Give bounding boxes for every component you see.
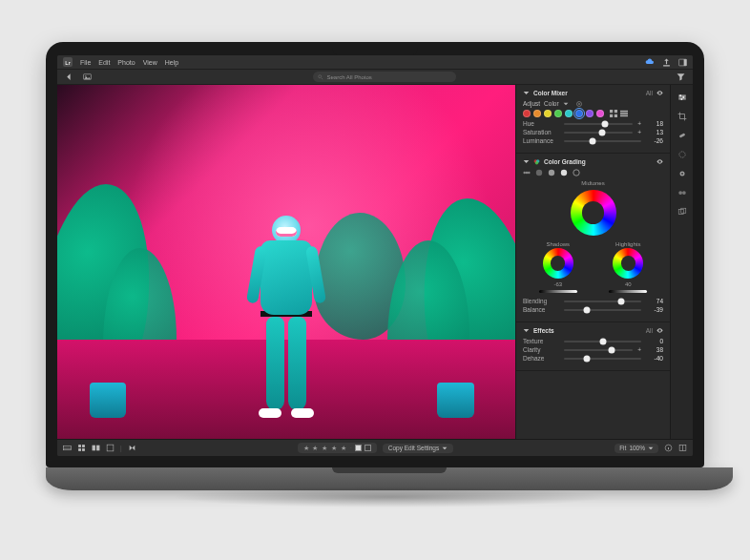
collapse-icon[interactable] [523,158,530,165]
svg-point-21 [528,172,531,175]
cloud-sync-icon[interactable] [645,57,655,67]
slider-label: Hue [523,120,559,127]
adjust-mode[interactable]: Color [544,100,559,107]
swatch-aqua[interactable] [565,110,573,117]
menu-edit[interactable]: Edit [98,59,110,66]
collapse-icon[interactable] [523,90,530,96]
tool-heal[interactable] [677,130,687,140]
menu-file[interactable]: File [80,59,91,66]
slider-hue[interactable]: Hue + 18 [523,120,663,127]
adjust-label: Adjust [523,100,540,107]
svg-point-34 [682,191,686,195]
svg-point-25 [573,170,579,176]
swatch-blue[interactable] [575,110,583,117]
star-rating[interactable]: ★ ★ ★ ★ ★ [303,445,347,452]
chevron-down-icon[interactable] [563,101,569,107]
svg-rect-43 [96,446,99,451]
mode-shadows-icon[interactable] [535,169,543,176]
svg-rect-41 [82,448,85,451]
eye-icon[interactable] [656,327,663,334]
svg-rect-44 [107,445,114,451]
tool-mask[interactable] [677,149,687,159]
grid-icon[interactable] [77,444,86,452]
bottom-bar: | ★ ★ ★ ★ ★ · Copy Edit Settings Fit 100… [57,439,693,456]
svg-rect-15 [620,115,628,117]
detail-icon[interactable] [106,444,115,452]
menu-view[interactable]: View [143,59,157,66]
swatch-orange[interactable] [533,110,541,117]
grid-view-icon[interactable] [610,110,617,117]
target-picker-icon[interactable] [576,101,582,107]
app-logo-icon: Lr [63,57,73,67]
svg-rect-29 [678,133,685,137]
svg-point-18 [535,161,539,165]
shadows-value: -63 [553,281,562,287]
tool-redeye[interactable] [677,168,687,178]
tool-crop[interactable] [677,111,687,121]
swatch-red[interactable] [523,110,531,117]
svg-point-32 [681,173,683,175]
svg-point-6 [318,74,321,77]
menu-help[interactable]: Help [165,59,178,66]
slider-texture[interactable]: Texture 0 [523,338,663,344]
info-icon[interactable] [664,444,673,452]
chevron-down-icon [442,446,448,451]
flag-reject[interactable] [365,445,371,451]
mode-global-icon[interactable] [573,169,580,176]
zoom-control[interactable]: Fit 100% [615,444,658,453]
svg-rect-12 [615,114,617,117]
menu-photo[interactable]: Photo [117,59,135,66]
swatch-green[interactable] [554,110,562,117]
share-icon[interactable] [662,58,671,67]
filter-icon[interactable] [675,71,687,83]
filmstrip-toggle-icon[interactable] [63,444,72,452]
eye-icon[interactable] [656,158,663,165]
svg-point-8 [578,103,580,105]
slider-saturation[interactable]: Saturation + 13 [523,129,663,135]
swatch-yellow[interactable] [544,110,552,117]
svg-rect-39 [82,445,85,447]
slider-dehaze[interactable]: Dehaze -40 [523,355,663,362]
eye-icon[interactable] [656,90,663,96]
slider-luminance[interactable]: Luminance -26 [523,137,663,144]
highlights-lum-slider[interactable] [609,290,647,293]
svg-point-33 [678,191,682,195]
svg-rect-14 [620,113,628,114]
svg-point-20 [526,172,529,175]
mode-highlights-icon[interactable] [560,169,568,176]
highlights-label: Highlights [615,241,640,247]
wheel-shadows[interactable] [543,248,573,279]
panel-toggle-icon[interactable] [678,58,687,67]
tool-versions[interactable] [677,206,687,217]
original-toggle-icon[interactable] [678,444,687,452]
midtones-label: Midtones [523,180,663,186]
slider-balance[interactable]: Balance -39 [523,306,663,313]
collapse-icon[interactable] [523,327,530,334]
swatch-purple[interactable] [586,110,594,117]
rating-flag-bar: ★ ★ ★ ★ ★ · [298,443,377,453]
search-input[interactable]: Search All Photos [313,72,456,82]
copy-edit-settings-button[interactable]: Copy Edit Settings [383,444,453,453]
swatch-magenta[interactable] [596,110,604,117]
tool-presets[interactable] [677,187,687,197]
wheel-midtones[interactable] [571,190,616,236]
tool-edit[interactable] [677,92,687,102]
panel-scope[interactable]: All [646,90,653,96]
library-photos-icon[interactable] [81,71,94,83]
shadows-lum-slider[interactable] [539,290,577,293]
wheel-highlights[interactable] [613,248,643,279]
laptop-base [46,467,733,490]
shadows-label: Shadows [546,241,570,247]
flag-pick[interactable] [355,445,362,451]
image-canvas[interactable] [57,85,515,439]
slider-clarity[interactable]: Clarity + 38 [523,346,663,353]
compare-icon[interactable] [92,444,100,452]
back-button[interactable] [63,71,75,83]
panel-scope[interactable]: All [646,327,653,334]
list-view-icon[interactable] [620,110,628,117]
mode-3way-icon[interactable] [523,169,531,176]
slider-blending[interactable]: Blending 74 [523,298,663,304]
slider-label: Balance [523,306,559,313]
mode-midtones-icon[interactable] [548,169,555,176]
flip-icon[interactable] [128,444,136,452]
